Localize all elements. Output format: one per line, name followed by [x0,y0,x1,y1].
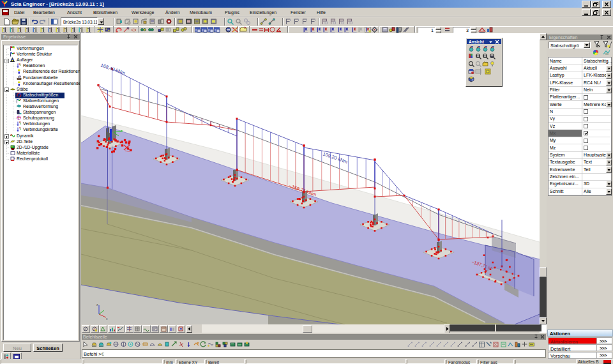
svg-text:168,40 kNm: 168,40 kNm [100,62,126,76]
